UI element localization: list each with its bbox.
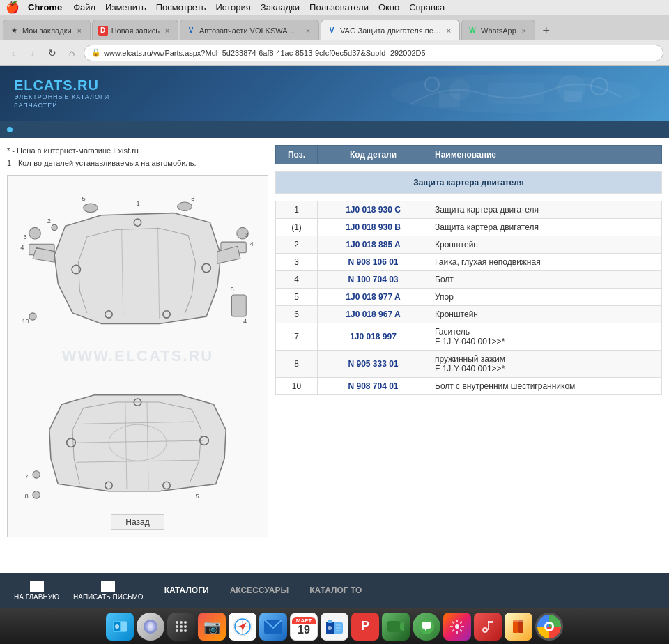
row-code[interactable]: 1J0 018 930 C xyxy=(318,201,429,219)
svg-rect-30 xyxy=(231,295,246,316)
row-code[interactable]: 1J0 018 930 B xyxy=(318,219,429,236)
dock-item-facetime[interactable] xyxy=(382,613,410,641)
svg-text:3: 3 xyxy=(191,195,194,202)
row-code[interactable]: 1J0 018 977 A xyxy=(318,289,429,306)
lock-icon: 🔒 xyxy=(91,48,101,57)
tab-bookmarks[interactable]: ★ Мои закладки × xyxy=(3,20,91,40)
refresh-button[interactable]: ↻ xyxy=(45,45,60,61)
row-code[interactable]: N 905 333 01 xyxy=(318,351,429,378)
menu-users[interactable]: Пользователи xyxy=(309,2,369,13)
tab-label-new: Новая запись xyxy=(112,26,160,35)
svg-text:5: 5 xyxy=(196,493,199,500)
dock-item-red-app[interactable]: P xyxy=(351,613,379,641)
row-pos: 10 xyxy=(276,378,318,395)
row-code[interactable]: N 100 704 03 xyxy=(318,271,429,289)
footer-nav-catalog-to[interactable]: КАТАЛОГ ТО xyxy=(309,585,362,595)
dock-item-finder[interactable] xyxy=(106,613,134,641)
dock-item-safari[interactable] xyxy=(229,613,256,641)
tab-new-entry[interactable]: D Новая запись × xyxy=(92,20,178,40)
svg-point-53 xyxy=(176,625,178,628)
dock-item-mail[interactable] xyxy=(259,613,287,641)
tab-close-wa[interactable]: × xyxy=(519,26,529,36)
svg-point-74 xyxy=(484,629,486,631)
dock-item-books[interactable] xyxy=(505,613,532,641)
menu-edit[interactable]: Изменить xyxy=(105,2,146,13)
svg-point-40 xyxy=(33,471,40,478)
footer-home-button[interactable]: ⌂ НА ГЛАВНУЮ xyxy=(14,581,59,601)
row-code[interactable]: 1J0 018 997 xyxy=(318,323,429,351)
dock-item-photos2[interactable]: 📷 xyxy=(198,613,226,641)
footer-nav-catalogs[interactable]: КАТАЛОГИ xyxy=(164,585,209,595)
diagram-bottom: 7 8 5 xyxy=(15,364,261,510)
svg-text:3: 3 xyxy=(245,231,248,238)
back-button[interactable]: Назад xyxy=(111,514,164,530)
tab-whatsapp[interactable]: W WhatsApp × xyxy=(461,20,535,40)
back-button[interactable]: ‹ xyxy=(6,45,21,61)
svg-rect-5 xyxy=(564,91,582,102)
subnav-dot xyxy=(7,127,13,132)
tab-label-bookmarks: Мои закладки xyxy=(22,26,72,35)
tab-vag-protect[interactable]: V VAG Защита двигателя пере... × xyxy=(321,20,460,40)
menu-window[interactable]: Окно xyxy=(378,2,399,13)
address-input[interactable]: 🔒 www.elcats.ru/vw/Parts.aspx?Mdl=5d2338… xyxy=(84,45,663,61)
table-row: 2 1J0 018 885 A Кронштейн xyxy=(276,236,662,254)
footer-mail-button[interactable]: ✉ НАПИСАТЬ ПИСЬМО xyxy=(73,581,144,601)
dock-item-siri[interactable] xyxy=(137,613,164,641)
svg-text:4: 4 xyxy=(249,241,253,248)
menu-file[interactable]: Файл xyxy=(73,2,95,13)
url-text: www.elcats.ru/vw/Parts.aspx?Mdl=5d233874… xyxy=(104,49,426,57)
table-row: 6 1J0 018 967 A Кронштейн xyxy=(276,306,662,323)
dock-item-photos[interactable] xyxy=(443,613,471,641)
tab-favicon-bookmarks: ★ xyxy=(9,26,19,36)
footer-nav-accessories[interactable]: АКСЕССУАРЫ xyxy=(230,585,289,595)
menubar: 🍎 Chrome Файл Изменить Посмотреть Истори… xyxy=(0,0,669,15)
menu-history[interactable]: История xyxy=(215,2,250,13)
app-name[interactable]: Chrome xyxy=(28,2,62,13)
row-name: Гаситель F 1J-Y-040 001>>* xyxy=(429,323,662,351)
tab-close-vw[interactable]: × xyxy=(303,26,313,36)
dock-item-finder2[interactable] xyxy=(321,613,348,641)
dock-item-music[interactable] xyxy=(474,613,502,641)
menu-bookmarks[interactable]: Закладки xyxy=(261,2,300,13)
row-pos: 2 xyxy=(276,236,318,254)
tab-close-new[interactable]: × xyxy=(162,26,172,36)
dock-item-calendar[interactable]: МАРТ 19 xyxy=(290,613,318,641)
row-code[interactable]: 1J0 018 885 A xyxy=(318,236,429,254)
tab-close-vag[interactable]: × xyxy=(444,26,454,36)
row-code[interactable]: N 908 106 01 xyxy=(318,254,429,271)
legend-line2: 1 - Кол-во деталей устанавливаемых на ав… xyxy=(7,158,268,170)
svg-marker-70 xyxy=(400,622,404,631)
home-button[interactable]: ⌂ xyxy=(64,45,79,61)
tab-vw-parts[interactable]: V Автозапчасти VOLKSWAGEN... × xyxy=(180,20,319,40)
engine-illustration xyxy=(376,69,655,118)
diagram-svg-bottom: 7 8 5 xyxy=(15,364,261,510)
dock-item-messages[interactable] xyxy=(413,613,440,641)
footer-nav: КАТАЛОГИ АКСЕССУАРЫ КАТАЛОГ ТО xyxy=(164,585,362,595)
apple-menu[interactable]: 🍎 xyxy=(6,1,20,14)
menu-help[interactable]: Справка xyxy=(409,2,445,13)
svg-text:4: 4 xyxy=(243,319,247,325)
col-header-pos: Поз. xyxy=(276,146,318,164)
row-pos: 7 xyxy=(276,323,318,351)
svg-point-52 xyxy=(184,621,187,624)
tab-label-vw: Автозапчасти VOLKSWAGEN... xyxy=(199,26,300,35)
svg-point-42 xyxy=(33,491,40,498)
row-name: Кронштейн xyxy=(429,306,662,323)
row-code[interactable]: N 908 704 01 xyxy=(318,378,429,395)
svg-text:3: 3 xyxy=(23,233,26,240)
dock-item-chrome[interactable] xyxy=(535,613,563,641)
table-row: 5 1J0 018 977 A Упор xyxy=(276,289,662,306)
forward-button[interactable]: › xyxy=(25,45,40,61)
tab-label-vag: VAG Защита двигателя пере... xyxy=(340,26,441,35)
svg-rect-76 xyxy=(488,621,493,623)
site-header: ELCATS.RU ЭЛЕКТРОННЫЕ КАТАЛОГИ ЗАПЧАСТЕЙ xyxy=(0,66,669,121)
new-tab-button[interactable]: + xyxy=(537,21,556,40)
menu-view[interactable]: Посмотреть xyxy=(156,2,206,13)
table-row: 8 N 905 333 01 пружинный зажим F 1J-Y-04… xyxy=(276,351,662,378)
svg-rect-46 xyxy=(121,622,127,631)
right-panel[interactable]: Поз. Код детали Наименование Защита карт… xyxy=(275,145,662,573)
row-code[interactable]: 1J0 018 967 A xyxy=(318,306,429,323)
table-row: 1 1J0 018 930 C Защита картера двигателя xyxy=(276,201,662,219)
tab-close-bookmarks[interactable]: × xyxy=(75,26,84,36)
dock-item-launchpad[interactable] xyxy=(167,613,195,641)
